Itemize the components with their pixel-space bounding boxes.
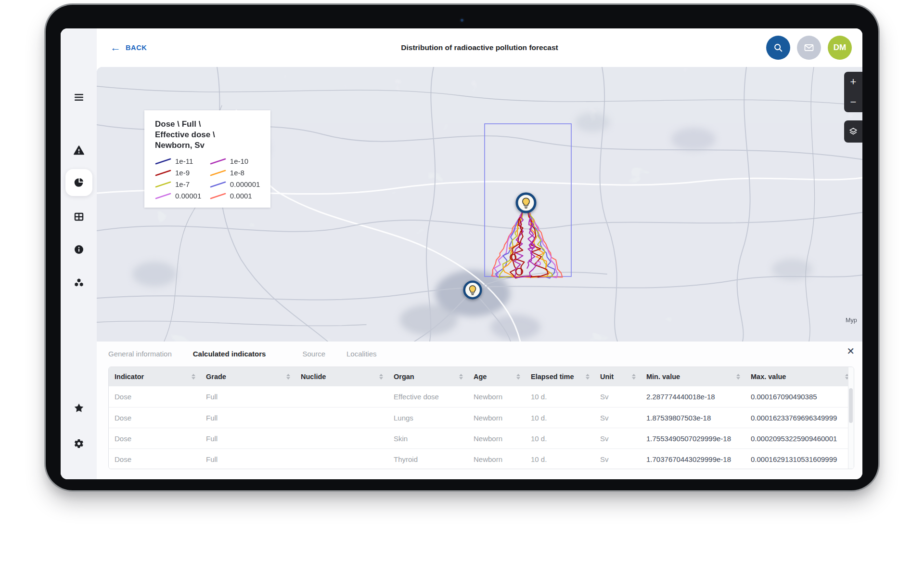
scrollbar-thumb[interactable] — [849, 388, 853, 423]
table-cell: Dose — [109, 407, 200, 428]
table-cell: 0.00016233769696349999 — [745, 407, 854, 428]
table-cell: Dose — [109, 428, 200, 448]
search-icon — [773, 42, 783, 53]
table-cell: Newborn — [468, 449, 525, 469]
table-cell: 10 d. — [525, 407, 594, 428]
column-header[interactable]: Elapsed time — [525, 367, 594, 386]
camera-dot — [459, 17, 465, 23]
contour-swatch — [155, 192, 171, 200]
column-header[interactable]: Age — [468, 367, 525, 386]
table-cell: 2.287774440018e-18 — [641, 386, 745, 407]
grid-icon[interactable] — [67, 205, 90, 228]
table-cell: Newborn — [468, 386, 525, 407]
layers-button[interactable] — [844, 120, 862, 143]
menu-icon[interactable] — [67, 86, 90, 109]
legend-items: 1e-11 1e-10 1e-9 1e-8 1e-7 0.000001 0.00… — [155, 157, 261, 200]
legend-title: Dose \ Full \ Effective dose \ Newborn, … — [155, 119, 261, 150]
contour-swatch — [210, 192, 226, 200]
settings-icon[interactable] — [67, 432, 90, 455]
panel-tab[interactable]: Source — [302, 350, 325, 358]
search-button[interactable] — [766, 36, 790, 60]
sort-icon[interactable] — [192, 374, 195, 380]
table-cell: Sv — [594, 428, 641, 448]
back-arrow-icon: ← — [110, 42, 121, 53]
table-cell — [295, 449, 388, 469]
panel-tab[interactable]: General information — [108, 350, 172, 358]
table-cell: 0.00020953225909460001 — [745, 428, 854, 448]
table-cell: Sv — [594, 449, 641, 469]
contour-swatch — [210, 181, 226, 188]
legend-item: 0.000001 — [210, 180, 261, 188]
table-cell: Dose — [109, 386, 200, 407]
column-header[interactable]: Grade — [200, 367, 295, 386]
panel-tab[interactable]: Calculated indicators — [193, 350, 266, 358]
contour-swatch — [155, 158, 171, 165]
map[interactable]: Мур Dose \ Full \ Effective dose \ Newbo… — [97, 67, 862, 342]
table-cell: 0.000167090490385 — [745, 386, 854, 407]
legend-item-label: 0.00001 — [175, 192, 201, 200]
legend-item: 0.0001 — [210, 192, 261, 200]
city-marker[interactable] — [463, 280, 482, 302]
top-bar: ← BACK Distribution of radioactive pollu… — [97, 28, 862, 67]
zoom-in-button[interactable]: + — [844, 72, 862, 92]
legend-item: 0.00001 — [155, 192, 202, 200]
star-icon[interactable] — [67, 396, 90, 420]
page: ← BACK Distribution of radioactive pollu… — [0, 0, 924, 565]
sort-icon[interactable] — [736, 374, 740, 380]
table-cell — [295, 386, 388, 407]
table-row[interactable]: DoseFullLungsNewborn10 d.Sv1.87539807503… — [109, 407, 854, 428]
components-icon[interactable] — [67, 271, 90, 294]
column-header-label: Age — [474, 373, 487, 381]
sort-icon[interactable] — [586, 374, 590, 380]
back-button[interactable]: ← BACK — [110, 42, 147, 53]
legend-item-label: 1e-8 — [230, 169, 244, 177]
mail-button[interactable] — [797, 36, 821, 60]
table-cell: Sv — [594, 386, 641, 407]
sort-icon[interactable] — [516, 374, 520, 380]
column-header[interactable]: Indicator — [109, 367, 200, 386]
avatar[interactable]: DM — [828, 36, 852, 60]
panel-tab[interactable]: Localities — [346, 350, 377, 358]
column-header[interactable]: Unit — [594, 367, 641, 386]
table-cell: 1.7037670443029999e-18 — [641, 449, 745, 469]
topbar-actions: DM — [766, 36, 852, 60]
warning-icon[interactable] — [67, 139, 90, 162]
column-header-label: Unit — [600, 373, 614, 381]
table-row[interactable]: DoseFullThyroidNewborn10 d.Sv1.703767044… — [109, 448, 854, 469]
column-header-label: Elapsed time — [531, 373, 574, 381]
tablet-frame: ← BACK Distribution of radioactive pollu… — [46, 5, 878, 490]
sort-icon[interactable] — [286, 374, 290, 380]
app-window: ← BACK Distribution of radioactive pollu… — [61, 28, 862, 479]
column-header-label: Indicator — [115, 373, 144, 381]
zoom-out-button[interactable]: − — [844, 92, 862, 112]
contour-swatch — [210, 158, 226, 165]
table-cell: Newborn — [468, 407, 525, 428]
table-cell: Full — [200, 428, 295, 448]
table-row[interactable]: DoseFullEffective doseNewborn10 d.Sv2.28… — [109, 386, 854, 407]
table-cell: Thyroid — [388, 449, 468, 469]
column-header[interactable]: Nuclide — [295, 367, 388, 386]
legend-item-label: 0.0001 — [230, 192, 252, 200]
table-cell: 10 d. — [525, 386, 594, 407]
table-header: Indicator Grade Nuclide Organ Age Elapse… — [109, 367, 854, 386]
column-header[interactable]: Organ — [388, 367, 468, 386]
indicators-table: Indicator Grade Nuclide Organ Age Elapse… — [108, 367, 854, 469]
sort-icon[interactable] — [459, 374, 463, 380]
table-cell: Newborn — [468, 428, 525, 448]
map-legend: Dose \ Full \ Effective dose \ Newborn, … — [144, 110, 270, 208]
sort-icon[interactable] — [379, 374, 383, 380]
table-body: DoseFullEffective doseNewborn10 d.Sv2.28… — [109, 386, 854, 469]
column-header-label: Max. value — [751, 373, 786, 381]
source-marker[interactable] — [515, 192, 537, 215]
close-icon[interactable]: ✕ — [847, 346, 855, 356]
info-icon[interactable] — [67, 238, 90, 261]
table-scrollbar[interactable] — [848, 367, 854, 469]
legend-item: 1e-8 — [210, 169, 261, 177]
pie-chart-icon[interactable] — [67, 171, 90, 194]
column-header[interactable]: Min. value — [641, 367, 745, 386]
column-header[interactable]: Max. value — [745, 367, 854, 386]
map-place-label: Мур — [846, 317, 857, 324]
sort-icon[interactable] — [632, 374, 636, 380]
legend-item: 1e-11 — [155, 157, 202, 165]
table-row[interactable]: DoseFullSkinNewborn10 d.Sv1.755349050702… — [109, 428, 854, 448]
